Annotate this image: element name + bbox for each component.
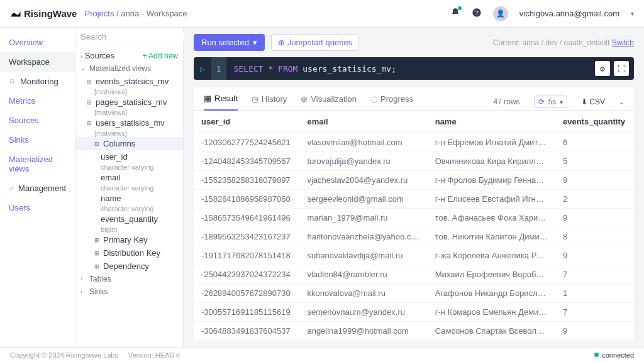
sidebar-nav: Overview Workspace Monitoring Metrics So… (0, 28, 75, 347)
export-csv[interactable]: ⬇CSV (581, 97, 605, 106)
refresh-icon: ⟳ (538, 97, 545, 106)
breadcrumb-projects[interactable]: Projects (84, 9, 114, 18)
fullscreen-icon[interactable]: ⛶ (614, 61, 629, 76)
table-row[interactable]: -1586573549641961496marian_1979@mail.ruт… (194, 209, 634, 228)
connection-status: connected (594, 351, 634, 359)
result-table: user_idemailnameevents_quantity -1203062… (194, 111, 634, 342)
table-row[interactable]: -2628940057672890730kkonovalova@mail.ruА… (194, 284, 634, 303)
breadcrumb-current: anna - Workspace (121, 9, 187, 18)
notifications-icon[interactable] (450, 8, 460, 19)
nav-users[interactable]: Users (0, 198, 75, 217)
tree-tables[interactable]: › Tables (75, 273, 183, 285)
run-selected-button[interactable]: Run selected ▾ (194, 34, 265, 51)
chevron-down-icon[interactable]: ▾ (631, 10, 634, 17)
gear-icon[interactable]: ⚙ (595, 61, 610, 76)
chevron-down-icon: ▾ (253, 38, 257, 47)
table-row[interactable]: -3005571691185115619semenovnaum@yandex.r… (194, 303, 634, 322)
tree-col-userid[interactable]: user_id (75, 150, 183, 163)
table-row[interactable]: -1203062777524245621vlasovmilan@hotmail.… (194, 133, 634, 152)
nav-overview[interactable]: Overview (0, 33, 75, 52)
chevron-down-icon[interactable]: ⌄ (619, 99, 624, 106)
avatar[interactable]: 👤 (493, 6, 508, 21)
help-icon[interactable]: ? (472, 8, 482, 19)
logo-icon (10, 8, 21, 19)
column-header[interactable]: user_id (194, 111, 299, 133)
table-row[interactable]: -1552358258316079897vjacheslav2004@yande… (194, 171, 634, 190)
column-header[interactable]: name (428, 111, 555, 133)
tree-mv-pages[interactable]: ⊞ pages_statisics_mv (75, 96, 183, 109)
spinner-icon: ◌ (370, 94, 377, 104)
table-row[interactable]: -3064883491837604537angelina1999@hotmail… (194, 322, 634, 341)
tab-result[interactable]: ▦Result (204, 94, 238, 111)
version: Version: HEAD ⎋ (128, 351, 180, 359)
chart-icon: ⊕ (301, 94, 308, 104)
tree-col-events[interactable]: events_quantity (75, 212, 183, 226)
table-row[interactable]: -1582641886958987060sergeevleonid@gmail.… (194, 190, 634, 209)
table-row[interactable]: -1911717682078151418suhanovaklavdija@mai… (194, 246, 634, 265)
svg-line-3 (14, 82, 16, 84)
svg-point-2 (10, 79, 14, 83)
search-input[interactable] (80, 32, 186, 41)
table-row[interactable]: -2504423937024372234vladlen84@rambler.ru… (194, 265, 634, 284)
logo: RisingWave (10, 8, 77, 19)
tree-mv-users[interactable]: ⊟ users_statisics_mv (75, 116, 183, 129)
plus-icon: ⊕ (278, 38, 285, 47)
auto-refresh[interactable]: ⟳5s▾ (534, 96, 568, 108)
nav-sinks[interactable]: Sinks (0, 130, 75, 150)
column-header[interactable]: email (299, 111, 427, 133)
breadcrumb: Projects / anna - Workspace (84, 9, 187, 18)
tree-columns[interactable]: ⊟ Columns (75, 137, 183, 150)
topbar: RisingWave Projects / anna - Workspace ?… (0, 0, 644, 28)
tree-pk[interactable]: ⊞ Primary Key (75, 233, 183, 246)
table-row[interactable]: -3827397219062442829boleslavmedvedev@yan… (194, 341, 634, 343)
tree-dep[interactable]: ⊞ Dependency (75, 260, 183, 273)
wrench-icon (9, 185, 14, 192)
table-icon: ▦ (204, 94, 211, 103)
row-count: 47 rows (494, 97, 520, 106)
svg-text:?: ? (475, 9, 478, 16)
tree-sinks[interactable]: › Sinks (75, 285, 183, 298)
nav-management[interactable]: Management (0, 178, 75, 198)
nav-monitoring[interactable]: Monitoring (0, 72, 75, 91)
clock-icon: ◷ (252, 94, 258, 104)
statusbar: Copyright © 2024 Risingwave Labs Version… (0, 347, 644, 362)
download-icon: ⬇ (581, 97, 587, 106)
add-new-button[interactable]: + Add new (143, 52, 178, 60)
tab-progress[interactable]: ◌Progress (370, 94, 413, 110)
jumpstart-button[interactable]: ⊕ Jumpstart queries (271, 34, 359, 51)
brand-text: RisingWave (24, 8, 77, 19)
nav-sources[interactable]: Sources (0, 111, 75, 130)
nav-mvs[interactable]: Materialized views (0, 150, 75, 178)
tree-col-email[interactable]: email (75, 171, 183, 184)
table-row[interactable]: -1240482453345709567turovajulija@yandex.… (194, 152, 634, 171)
column-header[interactable]: events_quantity (555, 111, 634, 133)
context-info: Current: anna / dev / oauth_default Swit… (493, 38, 634, 47)
search-icon (9, 78, 16, 85)
explorer: ⟳ › Sources + Add new ⌄ Materialized vie… (75, 28, 184, 347)
tree-col-name[interactable]: name (75, 192, 183, 205)
tree-mvs-header[interactable]: ⌄ Materialized views (75, 62, 183, 75)
tree-mv-events[interactable]: ⊞ events_statisics_mv (75, 75, 183, 88)
tree-dk[interactable]: ⊞ Distribution Key (75, 246, 183, 260)
tree-sources[interactable]: › Sources + Add new (75, 49, 183, 62)
line-number: 1 (211, 57, 226, 80)
nav-metrics[interactable]: Metrics (0, 91, 75, 111)
tab-visualization[interactable]: ⊕Visualization (301, 94, 357, 110)
github-icon[interactable]: ⎋ (176, 351, 180, 359)
copyright: Copyright © 2024 Risingwave Labs (10, 351, 118, 359)
play-icon[interactable]: ▷ (194, 64, 211, 74)
nav-workspace[interactable]: Workspace (0, 52, 75, 72)
tab-history[interactable]: ◷History (252, 94, 287, 110)
user-email: vichigova.anna@gmail.com (519, 9, 619, 18)
switch-link[interactable]: Switch (612, 38, 634, 47)
table-row[interactable]: -1899563253423167237haritonovaanzhela@ya… (194, 228, 634, 246)
sql-editor[interactable]: ▷ 1 SELECT * FROM users_statisics_mv; ⚙ … (194, 57, 634, 80)
